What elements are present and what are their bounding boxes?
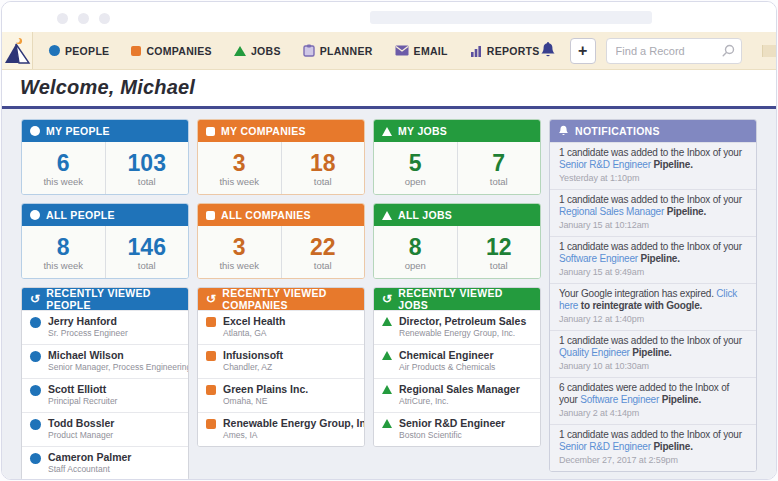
notification-item[interactable]: Your Google integration has expired. Cli… [550,283,756,330]
card-header: MY COMPANIES [198,120,364,142]
nav-item-label: PLANNER [320,45,373,57]
stat-body: 6 this week 103 total [22,142,188,194]
stat-total: 7 total [457,142,541,194]
planner-clipboard-icon [303,44,315,57]
person-title: Product Manager [48,430,114,441]
job-triangle-icon [382,351,392,360]
notification-item[interactable]: 1 candidate was added to the Inbox of yo… [550,236,756,283]
stat-open: 5 open [374,142,457,194]
stat-card-all-people[interactable]: ALL PEOPLE 8 this week 146 total [21,203,189,279]
nav-item-planner[interactable]: PLANNER [303,44,373,57]
person-name: Scott Elliott [48,383,117,396]
app-logo[interactable] [2,32,33,69]
notification-link[interactable]: Quality Engineer [559,347,630,358]
people-circle-icon [49,45,60,56]
nav-item-companies[interactable]: COMPANIES [131,45,212,57]
card-header: RECENTLY VIEWED COMPANIES [198,288,364,310]
job-title: Director, Petroleum Sales [399,315,526,328]
notification-item[interactable]: 1 candidate was added to the Inbox of yo… [550,189,756,236]
person-circle-icon [30,351,41,362]
stat-body: 8 this week 146 total [22,226,188,278]
company-name: Excel Health [223,315,285,328]
card-title: ALL COMPANIES [221,209,311,221]
company-square-icon [206,419,216,429]
job-list-item[interactable]: Senior R&D Engineer Boston Scientific [374,412,540,446]
notification-item[interactable]: 1 candidate was added to the Inbox of yo… [550,424,756,471]
window-control-dot[interactable] [99,13,110,24]
job-list-item[interactable]: Chemical Engineer Air Products & Chemica… [374,344,540,378]
nav-item-reports[interactable]: REPORTS [470,45,540,57]
notification-post: to reintegrate with Google. [578,300,702,311]
job-list-item[interactable]: Regional Sales Manager AtriCure, Inc. [374,378,540,412]
stat-card-my-companies[interactable]: MY COMPANIES 3 this week 18 total [197,119,365,195]
company-list-item[interactable]: Renewable Energy Group, Inc. Ames, IA [198,412,364,446]
companies-square-icon [131,46,141,56]
stat-body: 3 this week 18 total [198,142,364,194]
notification-link[interactable]: Senior R&D Engineer [559,441,651,452]
job-title: Chemical Engineer [399,349,495,362]
stat-value: 8 [57,235,70,259]
job-title: Regional Sales Manager [399,383,520,396]
window-control-dot[interactable] [78,13,89,24]
notification-text: 1 candidate was added to the Inbox of yo… [559,429,747,453]
history-icon [382,292,392,306]
window-control-dot[interactable] [57,13,68,24]
stat-card-my-people[interactable]: MY PEOPLE 6 this week 103 total [21,119,189,195]
notification-item[interactable]: 1 candidate was added to the Inbox of yo… [550,142,756,189]
notification-item[interactable]: 6 candidates were added to the Inbox of … [550,377,756,424]
nav-item-jobs[interactable]: JOBS [234,45,281,57]
person-list-item[interactable]: Todd Bossler Product Manager [22,412,188,446]
notification-item[interactable]: 1 candidate was added to the Inbox of yo… [550,330,756,377]
person-circle-icon [30,385,41,396]
person-list-item[interactable]: Jerry Hanford Sr. Process Engineer [22,310,188,344]
stat-this-week: 6 this week [22,142,105,194]
person-title: Principal Recruiter [48,396,117,407]
notification-link[interactable]: Software Engineer [580,394,659,405]
notification-timestamp: Yesterday at 1:10pm [559,173,747,184]
stat-label: total [138,176,156,187]
notification-pre: Your Google integration has expired. [559,288,716,299]
nav-item-email[interactable]: EMAIL [395,45,448,57]
nav-item-people[interactable]: PEOPLE [49,45,109,57]
address-bar[interactable] [370,11,652,24]
notification-pre: 1 candidate was added to the Inbox of yo… [559,194,742,205]
person-list-item[interactable]: Cameron Palmer Staff Accountant [22,446,188,480]
card-title: MY JOBS [398,125,447,137]
company-list-item[interactable]: Excel Health Atlanta, GA [198,310,364,344]
person-list-item[interactable]: Scott Elliott Principal Recruiter [22,378,188,412]
bell-icon [558,125,569,137]
stat-body: 5 open 7 total [374,142,540,194]
stat-card-all-jobs[interactable]: ALL JOBS 8 open 12 total [373,203,541,279]
stat-card-all-companies[interactable]: ALL COMPANIES 3 this week 22 total [197,203,365,279]
company-location: Atlanta, GA [223,328,285,339]
notification-post: Pipeline. [651,159,693,170]
notification-text: 1 candidate was added to the Inbox of yo… [559,194,747,218]
notifications-bell-button[interactable] [540,42,556,59]
stat-card-my-jobs[interactable]: MY JOBS 5 open 7 total [373,119,541,195]
stat-total: 22 total [281,226,365,278]
job-company: Renewable Energy Group, Inc. [399,328,526,339]
job-company: Boston Scientific [399,430,505,441]
stat-value: 3 [233,151,246,175]
stat-total: 146 total [105,226,189,278]
person-circle-icon [30,317,41,328]
notification-link[interactable]: Regional Sales Manager [559,206,664,217]
person-list-item[interactable]: Michael Wilson Senior Manager, Process E… [22,344,188,378]
add-record-button[interactable]: + [570,38,596,64]
notification-post: Pipeline. [659,394,701,405]
stat-value: 12 [486,235,512,259]
card-header: ALL JOBS [374,204,540,226]
stat-body: 8 open 12 total [374,226,540,278]
notification-link[interactable]: Senior R&D Engineer [559,159,651,170]
nav-item-label: PEOPLE [65,45,109,57]
company-list-item[interactable]: Green Plains Inc. Omaha, NE [198,378,364,412]
job-list-item[interactable]: Director, Petroleum Sales Renewable Ener… [374,310,540,344]
stat-value: 8 [409,235,422,259]
notification-pre: 1 candidate was added to the Inbox of yo… [559,241,742,252]
company-list-item[interactable]: Infusionsoft Chandler, AZ [198,344,364,378]
notification-text: 1 candidate was added to the Inbox of yo… [559,241,747,265]
stat-label: this week [43,260,83,271]
more-options-button[interactable] [762,45,777,57]
stat-value: 18 [310,151,336,175]
notification-link[interactable]: Software Engineer [559,253,638,264]
